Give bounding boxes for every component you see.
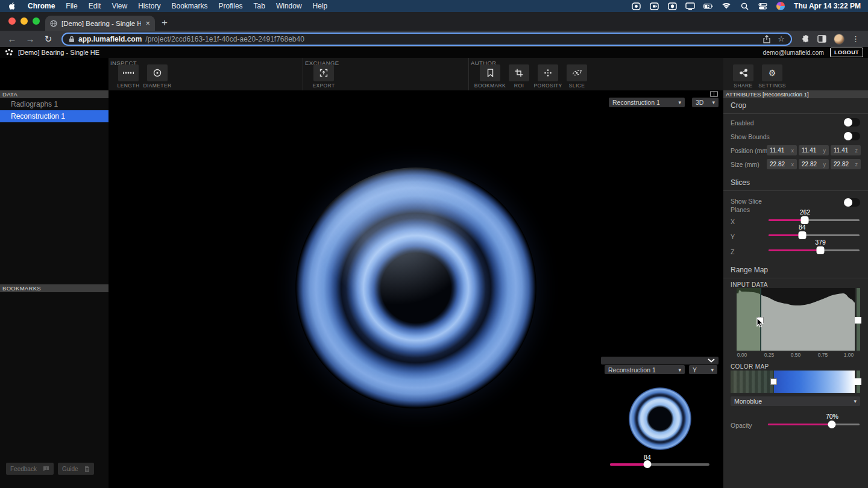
color-map-bar[interactable]	[731, 371, 855, 393]
slice-preview-image[interactable]	[629, 387, 691, 450]
show-slice-planes-toggle[interactable]	[844, 198, 860, 207]
apple-logo-icon[interactable]	[7, 2, 17, 10]
slider-knob[interactable]	[798, 231, 806, 239]
side-panel-icon[interactable]	[817, 35, 826, 43]
range-map-section-title[interactable]: Range Map	[731, 266, 768, 274]
panel-toggle-icon[interactable]	[710, 91, 718, 97]
feedback-button[interactable]: Feedback	[6, 463, 54, 475]
forward-button[interactable]: →	[23, 34, 37, 44]
roi-tool-button[interactable]	[509, 64, 529, 81]
position-x-value: 11.41	[770, 147, 784, 154]
reload-button[interactable]: ↻	[41, 34, 55, 45]
colormap-select[interactable]: Monoblue ▾	[731, 396, 860, 406]
export-label: EXPORT	[303, 83, 345, 89]
slice-axis-select[interactable]: Y ▾	[689, 365, 717, 374]
chevron-down-icon: ▾	[678, 99, 681, 105]
range-high-handle[interactable]	[855, 317, 861, 324]
slider-knob[interactable]	[817, 246, 825, 254]
slice-y-slider[interactable]: 84	[769, 231, 860, 239]
viewport-mode-select[interactable]: 3D ▾	[692, 98, 719, 107]
slice-z-slider[interactable]: 379	[769, 246, 860, 254]
show-bounds-label: Show Bounds	[731, 133, 770, 140]
settings-button[interactable]: ⚙	[762, 64, 782, 81]
extensions-puzzle-icon[interactable]	[802, 35, 810, 43]
input-data-histogram[interactable]	[737, 288, 855, 351]
browser-tab[interactable]: [Demo] Bearing - Single HE ×	[45, 16, 155, 31]
sidebar-item-radiographs[interactable]: Radiographs 1	[0, 98, 108, 110]
tick-label: 0.25	[764, 352, 775, 358]
close-window-button[interactable]	[8, 17, 16, 25]
colormap-low-handle[interactable]	[770, 378, 777, 385]
tab-close-icon[interactable]: ×	[145, 19, 150, 27]
shield-icon[interactable]	[667, 2, 677, 10]
export-button[interactable]	[313, 64, 334, 81]
bookmark-tool-button[interactable]	[480, 64, 500, 81]
crop-section-title[interactable]: Crop	[731, 101, 746, 110]
menu-item-window[interactable]: Window	[276, 2, 302, 10]
slider-knob[interactable]	[828, 421, 836, 428]
menu-item-tab[interactable]: Tab	[254, 2, 265, 10]
back-button[interactable]: ←	[5, 34, 19, 44]
record-icon[interactable]	[631, 2, 641, 10]
size-y-input[interactable]: 22.82 y	[799, 159, 829, 169]
menu-item-history[interactable]: History	[138, 2, 160, 10]
new-tab-button[interactable]: +	[162, 17, 168, 28]
opacity-slider[interactable]: 70%	[768, 421, 860, 428]
size-z-input[interactable]: 22.82 z	[831, 159, 861, 169]
slice-position-slider[interactable]: 84	[610, 463, 709, 466]
slices-section-title[interactable]: Slices	[731, 178, 750, 187]
porosity-tool-button[interactable]	[538, 64, 558, 81]
slice-tool-button[interactable]	[567, 64, 587, 81]
size-x-input[interactable]: 22.82 x	[767, 159, 797, 169]
menu-item-help[interactable]: Help	[313, 2, 328, 10]
menu-item-file[interactable]: File	[66, 2, 77, 10]
menu-item-bookmarks[interactable]: Bookmarks	[172, 2, 208, 10]
colormap-high-handle[interactable]	[855, 378, 861, 385]
bearing-highlight	[295, 167, 536, 408]
slice-overlay-collapse-bar[interactable]	[601, 357, 719, 364]
kebab-menu-icon[interactable]: ⋮	[852, 34, 860, 43]
viewport-dataset-value: Reconstruction 1	[612, 99, 660, 106]
user-avatar-icon[interactable]	[776, 2, 785, 10]
slice-dataset-select[interactable]: Reconstruction 1 ▾	[605, 365, 685, 374]
guide-doc-icon	[84, 466, 90, 472]
wifi-icon[interactable]	[722, 2, 731, 10]
bookmark-star-icon[interactable]: ☆	[778, 34, 785, 43]
project-title: [Demo] Bearing - Single HE	[18, 49, 99, 56]
viewport-3d[interactable]: Reconstruction 1 ▾ 3D ▾ Reconstruction 1…	[108, 90, 723, 488]
share-button[interactable]	[733, 64, 753, 81]
guide-button[interactable]: Guide	[58, 463, 94, 475]
axis-label: y	[823, 161, 826, 167]
share-page-icon[interactable]	[763, 35, 770, 43]
menu-item-edit[interactable]: Edit	[89, 2, 101, 10]
length-icon	[123, 70, 134, 75]
diameter-tool-button[interactable]	[147, 64, 168, 81]
lock-icon[interactable]	[69, 36, 75, 43]
length-tool-button[interactable]	[118, 64, 139, 81]
axis-label: y	[823, 148, 826, 154]
control-center-icon[interactable]	[758, 2, 767, 10]
position-y-input[interactable]: 11.41 y	[799, 145, 829, 155]
slice-x-slider[interactable]: 262	[769, 216, 860, 224]
display-icon[interactable]	[685, 2, 695, 10]
menu-item-chrome[interactable]: Chrome	[28, 2, 55, 10]
minimize-window-button[interactable]	[20, 17, 28, 25]
menu-item-profiles[interactable]: Profiles	[219, 2, 243, 10]
show-bounds-toggle[interactable]	[844, 132, 860, 140]
feedback-label: Feedback	[10, 466, 37, 472]
position-z-input[interactable]: 11.41 z	[831, 145, 861, 155]
address-bar[interactable]: app.lumafield.com /project/2ccd6163-1e1f…	[61, 33, 792, 46]
position-x-input[interactable]: 11.41 x	[767, 145, 797, 155]
menu-item-view[interactable]: View	[112, 2, 127, 10]
video-camera-icon[interactable]	[649, 2, 659, 10]
viewport-dataset-select[interactable]: Reconstruction 1 ▾	[609, 98, 685, 107]
slice-position-value: 84	[644, 454, 651, 461]
slider-knob[interactable]	[643, 460, 651, 468]
crop-enabled-toggle[interactable]	[844, 118, 860, 127]
profile-avatar[interactable]	[834, 34, 844, 45]
spotlight-search-icon[interactable]	[740, 2, 749, 10]
lumafield-logo-icon[interactable]	[5, 49, 13, 57]
sidebar-item-reconstruction[interactable]: Reconstruction 1	[0, 110, 108, 122]
maximize-window-button[interactable]	[33, 17, 40, 25]
logout-button[interactable]: LOGOUT	[830, 48, 863, 57]
